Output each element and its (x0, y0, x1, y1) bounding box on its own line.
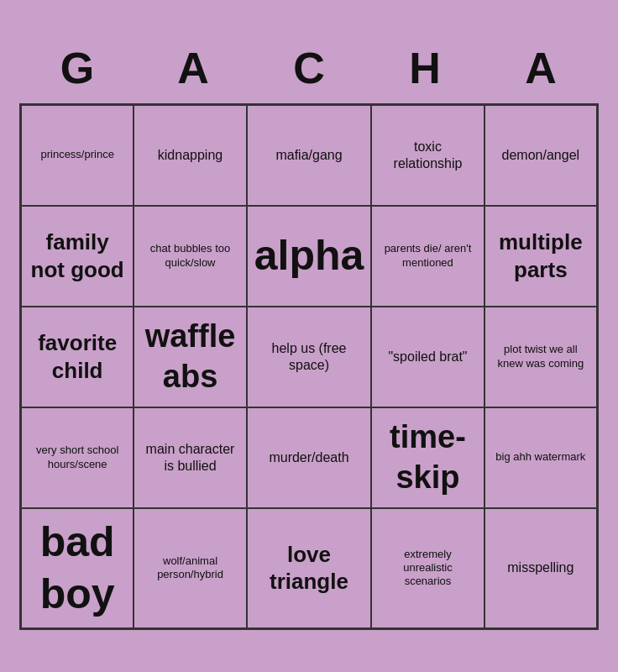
bingo-cell-text-8: parents die/ aren't mentioned (379, 242, 476, 270)
bingo-cell-12: help us (free space) (247, 307, 372, 407)
bingo-cell-0: princess/prince (21, 105, 134, 206)
bingo-cell-18: time-skip (371, 407, 484, 508)
bingo-cell-4: demon/angel (484, 105, 597, 206)
bingo-card: GACHA princess/princekidnappingmafia/gan… (11, 26, 607, 647)
bingo-cell-text-17: murder/death (269, 449, 348, 466)
bingo-cell-14: plot twist we all knew was coming (484, 307, 597, 407)
bingo-cell-1: kidnapping (134, 105, 246, 206)
bingo-cell-23: extremely unrealistic scenarios (371, 508, 484, 628)
bingo-cell-15: very short school hours/scene (21, 407, 134, 508)
bingo-cell-11: waffle abs (134, 307, 246, 407)
bingo-header: GACHA (19, 34, 599, 103)
bingo-cell-text-6: chat bubbles too quick/slow (141, 242, 238, 270)
bingo-cell-text-20: bad boy (29, 516, 126, 621)
bingo-cell-text-24: misspelling (507, 559, 573, 576)
bingo-cell-16: main character is bullied (134, 407, 246, 508)
bingo-cell-20: bad boy (21, 508, 134, 628)
header-letter-a-4: A (486, 43, 595, 93)
bingo-cell-2: mafia/gang (247, 105, 372, 206)
bingo-cell-text-10: favorite child (29, 329, 126, 384)
bingo-cell-text-4: demon/angel (502, 147, 580, 164)
bingo-cell-22: love triangle (247, 508, 372, 628)
bingo-cell-9: multiple parts (484, 206, 597, 307)
bingo-cell-10: favorite child (21, 307, 134, 407)
header-letter-h-3: H (370, 43, 479, 93)
bingo-cell-text-14: plot twist we all knew was coming (492, 343, 589, 370)
bingo-cell-text-21: wolf/animal person/hybrid (141, 554, 238, 582)
bingo-cell-text-23: extremely unrealistic scenarios (379, 548, 476, 589)
bingo-cell-text-9: multiple parts (492, 228, 589, 283)
header-letter-c-2: C (254, 43, 364, 93)
bingo-cell-text-11: waffle abs (141, 317, 238, 396)
bingo-cell-text-0: princess/prince (40, 148, 113, 161)
bingo-cell-5: family not good (21, 206, 134, 307)
bingo-cell-text-15: very short school hours/scene (29, 444, 126, 471)
bingo-cell-text-18: time-skip (379, 417, 476, 497)
bingo-cell-text-5: family not good (29, 228, 126, 283)
bingo-grid: princess/princekidnappingmafia/gangtoxic… (19, 103, 599, 630)
header-letter-g-0: G (23, 43, 132, 93)
bingo-cell-3: toxic relationship (371, 105, 484, 206)
header-letter-a-1: A (139, 43, 248, 93)
bingo-cell-17: murder/death (247, 407, 372, 508)
bingo-cell-13: "spoiled brat" (371, 307, 484, 407)
bingo-cell-7: alpha (247, 206, 372, 307)
bingo-cell-text-2: mafia/gang (275, 147, 342, 164)
bingo-cell-6: chat bubbles too quick/slow (134, 206, 246, 307)
bingo-cell-text-16: main character is bullied (141, 441, 238, 475)
bingo-cell-8: parents die/ aren't mentioned (371, 206, 484, 307)
bingo-cell-21: wolf/animal person/hybrid (134, 508, 246, 628)
bingo-cell-text-12: help us (free space) (254, 340, 364, 374)
bingo-cell-text-3: toxic relationship (379, 139, 476, 172)
bingo-cell-text-19: big ahh watermark (495, 450, 585, 464)
bingo-cell-text-22: love triangle (254, 541, 364, 596)
bingo-cell-text-13: "spoiled brat" (388, 349, 467, 365)
bingo-cell-text-7: alpha (254, 229, 364, 282)
bingo-cell-24: misspelling (484, 508, 597, 628)
bingo-cell-text-1: kidnapping (158, 147, 223, 164)
bingo-cell-19: big ahh watermark (484, 407, 597, 508)
